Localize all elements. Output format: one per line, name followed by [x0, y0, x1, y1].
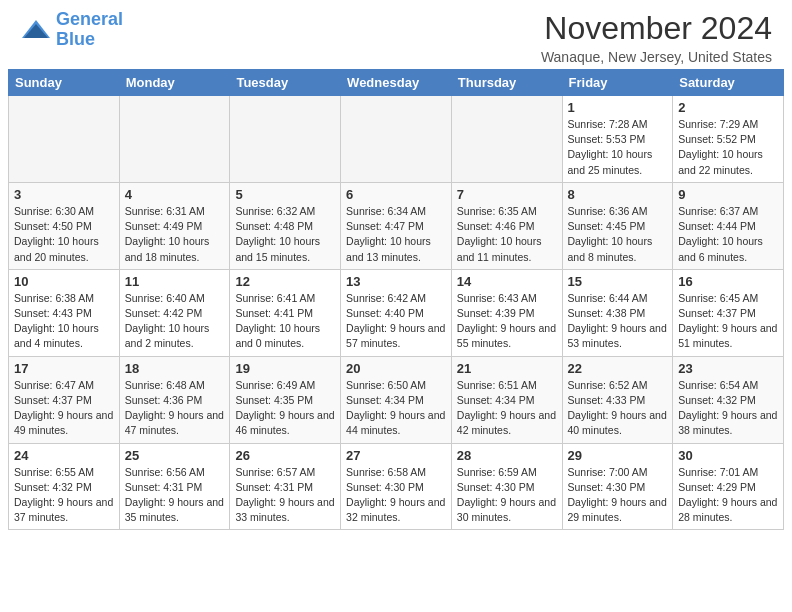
day-info: Sunrise: 6:58 AM Sunset: 4:30 PM Dayligh…: [346, 465, 446, 526]
calendar-cell: 27Sunrise: 6:58 AM Sunset: 4:30 PM Dayli…: [341, 443, 452, 530]
calendar-body: 1Sunrise: 7:28 AM Sunset: 5:53 PM Daylig…: [9, 96, 784, 530]
weekday-wednesday: Wednesday: [341, 70, 452, 96]
location: Wanaque, New Jersey, United States: [541, 49, 772, 65]
day-info: Sunrise: 6:40 AM Sunset: 4:42 PM Dayligh…: [125, 291, 225, 352]
day-info: Sunrise: 6:54 AM Sunset: 4:32 PM Dayligh…: [678, 378, 778, 439]
calendar-cell: 8Sunrise: 6:36 AM Sunset: 4:45 PM Daylig…: [562, 182, 673, 269]
calendar-cell: 18Sunrise: 6:48 AM Sunset: 4:36 PM Dayli…: [119, 356, 230, 443]
week-row-1: 3Sunrise: 6:30 AM Sunset: 4:50 PM Daylig…: [9, 182, 784, 269]
day-number: 14: [457, 274, 557, 289]
calendar-cell: [341, 96, 452, 183]
day-number: 12: [235, 274, 335, 289]
calendar-cell: 12Sunrise: 6:41 AM Sunset: 4:41 PM Dayli…: [230, 269, 341, 356]
calendar-cell: 3Sunrise: 6:30 AM Sunset: 4:50 PM Daylig…: [9, 182, 120, 269]
day-number: 30: [678, 448, 778, 463]
day-number: 22: [568, 361, 668, 376]
day-info: Sunrise: 6:45 AM Sunset: 4:37 PM Dayligh…: [678, 291, 778, 352]
calendar-cell: 15Sunrise: 6:44 AM Sunset: 4:38 PM Dayli…: [562, 269, 673, 356]
day-number: 10: [14, 274, 114, 289]
day-number: 16: [678, 274, 778, 289]
day-number: 2: [678, 100, 778, 115]
calendar-table: SundayMondayTuesdayWednesdayThursdayFrid…: [8, 69, 784, 530]
calendar-cell: 1Sunrise: 7:28 AM Sunset: 5:53 PM Daylig…: [562, 96, 673, 183]
day-number: 20: [346, 361, 446, 376]
day-info: Sunrise: 6:41 AM Sunset: 4:41 PM Dayligh…: [235, 291, 335, 352]
logo: General Blue: [20, 10, 123, 50]
title-section: November 2024 Wanaque, New Jersey, Unite…: [541, 10, 772, 65]
day-info: Sunrise: 7:28 AM Sunset: 5:53 PM Dayligh…: [568, 117, 668, 178]
calendar-cell: 24Sunrise: 6:55 AM Sunset: 4:32 PM Dayli…: [9, 443, 120, 530]
day-info: Sunrise: 6:36 AM Sunset: 4:45 PM Dayligh…: [568, 204, 668, 265]
day-number: 26: [235, 448, 335, 463]
day-info: Sunrise: 6:48 AM Sunset: 4:36 PM Dayligh…: [125, 378, 225, 439]
calendar-cell: 13Sunrise: 6:42 AM Sunset: 4:40 PM Dayli…: [341, 269, 452, 356]
weekday-friday: Friday: [562, 70, 673, 96]
calendar-cell: 7Sunrise: 6:35 AM Sunset: 4:46 PM Daylig…: [451, 182, 562, 269]
logo-text: General: [56, 10, 123, 30]
day-number: 4: [125, 187, 225, 202]
calendar-cell: 10Sunrise: 6:38 AM Sunset: 4:43 PM Dayli…: [9, 269, 120, 356]
day-number: 18: [125, 361, 225, 376]
day-number: 28: [457, 448, 557, 463]
day-number: 8: [568, 187, 668, 202]
day-number: 6: [346, 187, 446, 202]
day-info: Sunrise: 6:34 AM Sunset: 4:47 PM Dayligh…: [346, 204, 446, 265]
day-info: Sunrise: 6:51 AM Sunset: 4:34 PM Dayligh…: [457, 378, 557, 439]
day-number: 27: [346, 448, 446, 463]
day-info: Sunrise: 7:01 AM Sunset: 4:29 PM Dayligh…: [678, 465, 778, 526]
calendar-cell: 25Sunrise: 6:56 AM Sunset: 4:31 PM Dayli…: [119, 443, 230, 530]
calendar-header: SundayMondayTuesdayWednesdayThursdayFrid…: [9, 70, 784, 96]
day-number: 19: [235, 361, 335, 376]
day-number: 15: [568, 274, 668, 289]
calendar-cell: 6Sunrise: 6:34 AM Sunset: 4:47 PM Daylig…: [341, 182, 452, 269]
page-header: General Blue November 2024 Wanaque, New …: [0, 0, 792, 69]
calendar-cell: 20Sunrise: 6:50 AM Sunset: 4:34 PM Dayli…: [341, 356, 452, 443]
day-number: 17: [14, 361, 114, 376]
calendar-cell: 11Sunrise: 6:40 AM Sunset: 4:42 PM Dayli…: [119, 269, 230, 356]
day-info: Sunrise: 6:55 AM Sunset: 4:32 PM Dayligh…: [14, 465, 114, 526]
calendar-cell: [9, 96, 120, 183]
day-number: 25: [125, 448, 225, 463]
day-info: Sunrise: 6:43 AM Sunset: 4:39 PM Dayligh…: [457, 291, 557, 352]
day-info: Sunrise: 6:32 AM Sunset: 4:48 PM Dayligh…: [235, 204, 335, 265]
day-number: 29: [568, 448, 668, 463]
day-info: Sunrise: 6:37 AM Sunset: 4:44 PM Dayligh…: [678, 204, 778, 265]
day-info: Sunrise: 6:59 AM Sunset: 4:30 PM Dayligh…: [457, 465, 557, 526]
day-info: Sunrise: 6:57 AM Sunset: 4:31 PM Dayligh…: [235, 465, 335, 526]
weekday-monday: Monday: [119, 70, 230, 96]
day-number: 24: [14, 448, 114, 463]
day-number: 11: [125, 274, 225, 289]
day-info: Sunrise: 6:38 AM Sunset: 4:43 PM Dayligh…: [14, 291, 114, 352]
calendar-cell: 21Sunrise: 6:51 AM Sunset: 4:34 PM Dayli…: [451, 356, 562, 443]
calendar-cell: 16Sunrise: 6:45 AM Sunset: 4:37 PM Dayli…: [673, 269, 784, 356]
day-info: Sunrise: 6:52 AM Sunset: 4:33 PM Dayligh…: [568, 378, 668, 439]
calendar-cell: 14Sunrise: 6:43 AM Sunset: 4:39 PM Dayli…: [451, 269, 562, 356]
calendar-cell: 30Sunrise: 7:01 AM Sunset: 4:29 PM Dayli…: [673, 443, 784, 530]
day-info: Sunrise: 6:35 AM Sunset: 4:46 PM Dayligh…: [457, 204, 557, 265]
day-number: 9: [678, 187, 778, 202]
weekday-sunday: Sunday: [9, 70, 120, 96]
day-number: 3: [14, 187, 114, 202]
day-number: 7: [457, 187, 557, 202]
day-info: Sunrise: 6:47 AM Sunset: 4:37 PM Dayligh…: [14, 378, 114, 439]
calendar-cell: 23Sunrise: 6:54 AM Sunset: 4:32 PM Dayli…: [673, 356, 784, 443]
day-info: Sunrise: 6:30 AM Sunset: 4:50 PM Dayligh…: [14, 204, 114, 265]
week-row-4: 24Sunrise: 6:55 AM Sunset: 4:32 PM Dayli…: [9, 443, 784, 530]
calendar-cell: 19Sunrise: 6:49 AM Sunset: 4:35 PM Dayli…: [230, 356, 341, 443]
day-number: 1: [568, 100, 668, 115]
day-info: Sunrise: 6:56 AM Sunset: 4:31 PM Dayligh…: [125, 465, 225, 526]
week-row-2: 10Sunrise: 6:38 AM Sunset: 4:43 PM Dayli…: [9, 269, 784, 356]
day-number: 23: [678, 361, 778, 376]
calendar-cell: 26Sunrise: 6:57 AM Sunset: 4:31 PM Dayli…: [230, 443, 341, 530]
weekday-saturday: Saturday: [673, 70, 784, 96]
day-info: Sunrise: 7:00 AM Sunset: 4:30 PM Dayligh…: [568, 465, 668, 526]
day-info: Sunrise: 6:50 AM Sunset: 4:34 PM Dayligh…: [346, 378, 446, 439]
day-info: Sunrise: 6:44 AM Sunset: 4:38 PM Dayligh…: [568, 291, 668, 352]
calendar-cell: 17Sunrise: 6:47 AM Sunset: 4:37 PM Dayli…: [9, 356, 120, 443]
calendar-cell: 4Sunrise: 6:31 AM Sunset: 4:49 PM Daylig…: [119, 182, 230, 269]
calendar-cell: 22Sunrise: 6:52 AM Sunset: 4:33 PM Dayli…: [562, 356, 673, 443]
day-number: 21: [457, 361, 557, 376]
calendar-cell: 9Sunrise: 6:37 AM Sunset: 4:44 PM Daylig…: [673, 182, 784, 269]
calendar-cell: 28Sunrise: 6:59 AM Sunset: 4:30 PM Dayli…: [451, 443, 562, 530]
weekday-thursday: Thursday: [451, 70, 562, 96]
